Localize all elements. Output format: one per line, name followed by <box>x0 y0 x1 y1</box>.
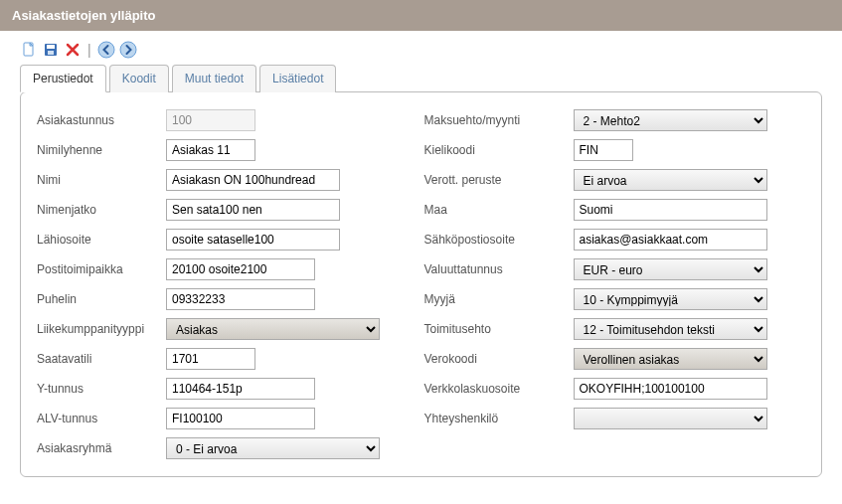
label-valuutta: Valuuttatunnus <box>424 262 574 276</box>
tab-muut-tiedot[interactable]: Muut tiedot <box>172 65 256 92</box>
label-saatavatili: Saatavatili <box>37 352 166 366</box>
label-sahkoposti: Sähköpostiosoite <box>424 233 574 247</box>
select-myyja[interactable]: 10 - Kymppimyyjä <box>574 288 767 310</box>
label-puhelin: Puhelin <box>37 292 166 306</box>
svg-point-4 <box>98 42 114 58</box>
select-toimitusehto[interactable]: 12 - Toimitusehdon teksti <box>574 318 767 340</box>
input-saatavatili[interactable] <box>166 348 255 370</box>
label-yhteyshenkilo: Yhteyshenkilö <box>424 412 574 425</box>
label-liikekumppanityyppi: Liikekumppanityyppi <box>37 322 166 336</box>
toolbar: | <box>0 31 842 65</box>
label-lahiosoite: Lähiosoite <box>37 233 166 247</box>
left-column: Asiakastunnus Nimilyhenne Nimi Nimenjatk… <box>37 108 419 466</box>
label-nimenjatko: Nimenjatko <box>37 203 166 217</box>
save-icon[interactable] <box>42 41 60 59</box>
input-nimi[interactable] <box>166 169 340 191</box>
input-kielikoodi[interactable] <box>574 139 633 161</box>
input-lahiosoite[interactable] <box>166 229 340 251</box>
input-alvtunnus[interactable] <box>166 408 315 429</box>
select-liikekumppanityyppi[interactable]: Asiakas <box>166 318 380 340</box>
form-panel: Asiakastunnus Nimilyhenne Nimi Nimenjatk… <box>20 91 822 477</box>
svg-rect-3 <box>48 51 54 55</box>
label-ytunnus: Y-tunnus <box>37 382 166 396</box>
input-sahkoposti[interactable] <box>574 229 767 251</box>
input-nimenjatko[interactable] <box>166 199 340 221</box>
label-postitoimipaikka: Postitoimipaikka <box>37 262 166 276</box>
input-asiakastunnus <box>166 109 255 131</box>
select-asiakasryhma[interactable]: 0 - Ei arvoa <box>166 437 380 459</box>
label-verokoodi: Verokoodi <box>424 352 574 366</box>
select-yhteyshenkilo[interactable] <box>574 408 767 429</box>
new-document-icon[interactable] <box>20 41 38 59</box>
input-verkkolasku[interactable] <box>574 378 767 400</box>
toolbar-separator: | <box>87 42 91 58</box>
label-kielikoodi: Kielikoodi <box>424 143 574 157</box>
window-title: Asiakastietojen ylläpito <box>0 0 842 31</box>
prev-icon[interactable] <box>97 41 115 59</box>
input-nimilyhenne[interactable] <box>166 139 255 161</box>
tab-lisatiedot[interactable]: Lisätiedot <box>259 65 336 92</box>
input-postitoimipaikka[interactable] <box>166 258 315 280</box>
label-verkkolasku: Verkkolaskuosoite <box>424 382 574 396</box>
label-maksuehto: Maksuehto/myynti <box>424 113 574 127</box>
label-maa: Maa <box>424 203 574 217</box>
right-column: Maksuehto/myynti 2 - Mehto2 Kielikoodi V… <box>424 108 806 466</box>
tabs: Perustiedot Koodit Muut tiedot Lisätiedo… <box>0 65 842 92</box>
next-icon[interactable] <box>119 41 137 59</box>
svg-rect-2 <box>47 45 55 49</box>
label-toimitusehto: Toimitusehto <box>424 322 574 336</box>
label-myyja: Myyjä <box>424 292 574 306</box>
tab-perustiedot[interactable]: Perustiedot <box>20 65 106 92</box>
label-nimi: Nimi <box>37 173 166 187</box>
label-nimilyhenne: Nimilyhenne <box>37 143 166 157</box>
label-asiakasryhma: Asiakasryhmä <box>37 441 166 455</box>
input-puhelin[interactable] <box>166 288 315 310</box>
label-asiakastunnus: Asiakastunnus <box>37 113 166 127</box>
svg-point-5 <box>120 42 136 58</box>
input-ytunnus[interactable] <box>166 378 315 400</box>
tab-koodit[interactable]: Koodit <box>109 65 169 92</box>
select-maksuehto[interactable]: 2 - Mehto2 <box>574 109 767 131</box>
delete-icon[interactable] <box>64 41 82 59</box>
select-verokoodi[interactable]: Verollinen asiakas <box>574 348 767 370</box>
input-maa[interactable] <box>574 199 767 221</box>
label-verottperuste: Verott. peruste <box>424 173 574 187</box>
select-valuutta[interactable]: EUR - euro <box>574 258 767 280</box>
select-verottperuste[interactable]: Ei arvoa <box>574 169 767 191</box>
label-alvtunnus: ALV-tunnus <box>37 412 166 425</box>
